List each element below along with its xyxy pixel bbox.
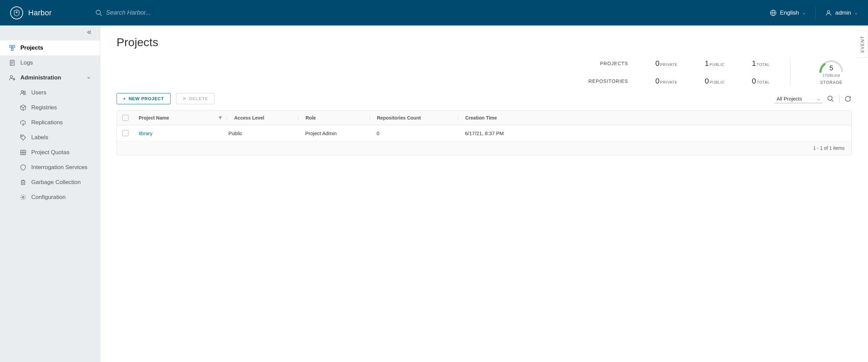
svg-point-15	[13, 78, 15, 80]
close-icon: ✕	[183, 96, 187, 101]
header-repo-count[interactable]: Repositories Count	[370, 115, 458, 121]
search-input[interactable]	[103, 7, 239, 18]
replications-icon	[20, 119, 27, 126]
header-right: English ⌄ admin ⌄	[770, 6, 858, 20]
storage-separator	[790, 59, 791, 86]
gear-icon	[20, 194, 27, 201]
users-icon	[20, 89, 27, 96]
sidebar-label: Replications	[31, 119, 63, 126]
brand-wrap[interactable]: Harbor	[10, 6, 52, 19]
sidebar-label: Garbage Collection	[31, 179, 81, 186]
admin-icon	[9, 74, 16, 81]
registries-icon	[20, 104, 27, 111]
table-header: Project Name Access Level Role Repositor…	[117, 111, 851, 125]
svg-rect-8	[11, 49, 13, 51]
header-creation-time[interactable]: Creation Time	[458, 115, 846, 121]
stats-repos-public: 0PUBLIC	[705, 77, 725, 86]
storage-gauge: 5	[818, 59, 845, 73]
stats-projects-total: 1TOTAL	[752, 59, 770, 68]
row-role-cell: Project Admin	[298, 130, 370, 136]
sidebar: Projects Logs Administration Users Regis…	[0, 25, 100, 362]
sidebar-item-interrogation[interactable]: Interrogation Services	[0, 160, 100, 175]
event-panel-tab[interactable]: EVENT	[857, 31, 868, 58]
project-link[interactable]: library	[139, 130, 153, 136]
delete-label: DELETE	[189, 96, 208, 101]
sidebar-label: Project Quotas	[31, 149, 69, 156]
new-project-label: NEW PROJECT	[128, 96, 164, 101]
sidebar-item-registries[interactable]: Registries	[0, 100, 100, 115]
search-icon[interactable]	[827, 95, 834, 103]
chevron-down-icon: ⌄	[854, 11, 858, 15]
toolbar-left: + NEW PROJECT ✕ DELETE	[117, 93, 214, 104]
stats-repos-private: 0PRIVATE	[655, 77, 677, 86]
sidebar-item-replications[interactable]: Replications	[0, 115, 100, 130]
svg-point-17	[24, 91, 25, 93]
svg-rect-7	[13, 46, 15, 48]
row-time-cell: 6/17/21, 8:37 PM	[458, 130, 846, 136]
stats-repos-label: REPOSITORIES	[588, 78, 628, 84]
sidebar-label: Labels	[31, 134, 48, 141]
svg-line-1	[100, 14, 102, 16]
collapse-bar	[0, 25, 100, 40]
quotas-icon	[20, 149, 27, 156]
new-project-button[interactable]: + NEW PROJECT	[117, 93, 171, 104]
user-label: admin	[835, 10, 851, 16]
language-label: English	[780, 10, 799, 16]
delete-button[interactable]: ✕ DELETE	[176, 93, 215, 104]
toolbar-separator	[839, 95, 839, 103]
stats-projects-label: PROJECTS	[588, 61, 628, 66]
search-icon	[95, 9, 103, 17]
svg-point-0	[96, 10, 101, 14]
sidebar-item-users[interactable]: Users	[0, 85, 100, 100]
row-checkbox[interactable]	[122, 130, 128, 136]
table-row: library Public Project Admin 0 6/17/21, …	[117, 125, 851, 141]
row-name-cell: library	[139, 130, 227, 136]
language-selector[interactable]: English ⌄	[770, 10, 806, 16]
nav-list: Projects Logs Administration Users Regis…	[0, 40, 100, 205]
stats-projects-private: 0PRIVATE	[655, 59, 677, 68]
header-checkbox-cell	[122, 115, 139, 121]
sidebar-label: Logs	[20, 59, 33, 66]
user-menu[interactable]: admin ⌄	[825, 10, 858, 16]
row-access-cell: Public	[227, 130, 298, 136]
projects-table: Project Name Access Level Role Repositor…	[117, 110, 852, 155]
collapse-sidebar-button[interactable]	[86, 29, 92, 37]
project-filter-select[interactable]: All Projects	[775, 94, 822, 103]
sidebar-item-configuration[interactable]: Configuration	[0, 190, 100, 205]
pagination-text: 1 - 1 of 1 items	[813, 145, 845, 151]
sidebar-label: Administration	[20, 74, 61, 81]
main-content: Projects PROJECTS 0PRIVATE 1PUBLIC 1TOTA…	[100, 25, 868, 362]
filter-icon[interactable]	[218, 115, 223, 120]
brand-label: Harbor	[28, 8, 52, 17]
refresh-icon[interactable]	[844, 95, 852, 103]
sidebar-item-garbage[interactable]: Garbage Collection	[0, 175, 100, 190]
sidebar-item-administration[interactable]: Administration	[0, 70, 100, 85]
chevron-down-icon	[86, 75, 91, 80]
sidebar-label: Interrogation Services	[31, 164, 87, 171]
app-shell: Projects Logs Administration Users Regis…	[0, 25, 868, 362]
header-project-name[interactable]: Project Name	[139, 115, 227, 121]
trash-icon	[20, 179, 27, 186]
header-access-level[interactable]: Access Level	[227, 115, 298, 121]
top-header: Harbor English ⌄ admin ⌄	[0, 0, 868, 25]
svg-rect-6	[10, 46, 12, 48]
stats-row: PROJECTS 0PRIVATE 1PUBLIC 1TOTAL REPOSIT…	[117, 59, 852, 86]
search-wrap	[95, 7, 239, 18]
storage-label: STORAGE	[818, 80, 845, 85]
svg-point-16	[21, 91, 23, 93]
page-title: Projects	[117, 36, 852, 49]
sidebar-item-project-quotas[interactable]: Project Quotas	[0, 145, 100, 160]
sidebar-item-logs[interactable]: Logs	[0, 55, 100, 70]
sidebar-label: Projects	[20, 44, 43, 51]
header-role[interactable]: Role	[298, 115, 370, 121]
sidebar-item-labels[interactable]: Labels	[0, 130, 100, 145]
labels-icon	[20, 134, 27, 141]
select-all-checkbox[interactable]	[122, 115, 128, 121]
svg-line-25	[832, 99, 834, 102]
header-left: Harbor	[10, 6, 239, 19]
table-footer: 1 - 1 of 1 items	[117, 141, 851, 155]
sidebar-item-projects[interactable]: Projects	[0, 40, 100, 55]
project-filter-wrap: All Projects ⌄	[775, 94, 822, 103]
svg-point-5	[827, 11, 830, 13]
svg-point-18	[21, 136, 22, 137]
